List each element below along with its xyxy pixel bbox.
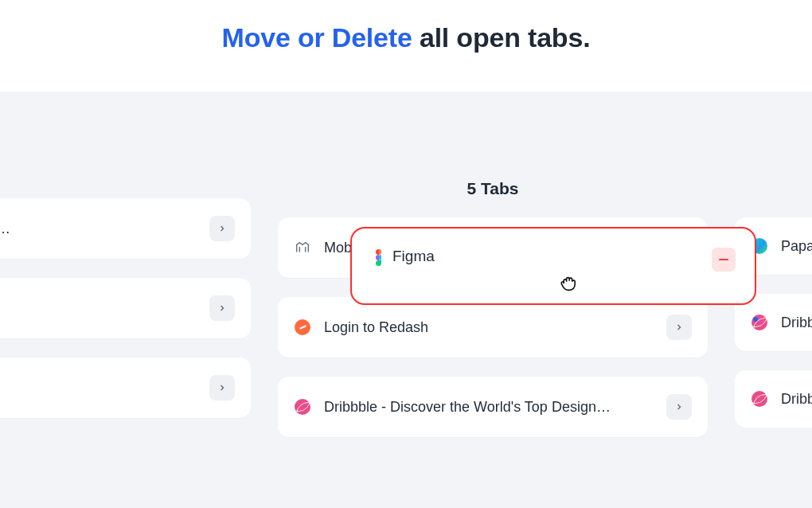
- column-right: 5 Tabs Papago Dribbble - Dribbble -: [735, 179, 812, 456]
- tabs-panel: Figma e best new products in te…: [0, 92, 812, 508]
- dribbble-icon: [751, 314, 768, 331]
- title-accent: Move or Delete: [222, 22, 412, 53]
- insertion-marker: [753, 317, 758, 322]
- tab-card[interactable]: Dribbble -: [735, 370, 812, 428]
- chevron-right-icon: [217, 383, 227, 393]
- chevron-right-icon: [217, 224, 227, 233]
- tab-label: e best new products in te…: [0, 221, 200, 237]
- dribbble-icon: [751, 390, 768, 408]
- chevron-right-icon: [674, 402, 684, 412]
- dragging-tab-label: Figma: [392, 248, 712, 265]
- redash-icon: [294, 318, 311, 336]
- expand-button[interactable]: [666, 394, 692, 420]
- expand-button[interactable]: [209, 295, 235, 321]
- columns-row: e best new products in te… 5 Tabs: [0, 179, 812, 456]
- chevron-right-icon: [217, 303, 227, 313]
- tab-card[interactable]: [0, 278, 251, 338]
- grab-cursor-icon: [557, 272, 580, 297]
- minus-icon: [719, 259, 728, 261]
- title-rest: all open tabs.: [412, 22, 591, 53]
- remove-tab-button[interactable]: [712, 248, 736, 272]
- tab-card[interactable]: Dribbble - Discover the World's Top Desi…: [278, 377, 708, 437]
- expand-button[interactable]: [209, 375, 235, 401]
- tab-label: Papago: [781, 238, 812, 255]
- dribbble-icon: [294, 398, 311, 416]
- hero-heading: Move or Delete all open tabs.: [0, 0, 812, 92]
- dragging-tab-card[interactable]: Figma: [350, 227, 756, 305]
- column-center-header: 5 Tabs: [278, 179, 708, 198]
- tab-label: Login to Redash: [324, 319, 657, 336]
- expand-button[interactable]: [666, 315, 692, 340]
- tab-card[interactable]: e best new products in te…: [0, 198, 251, 259]
- expand-button[interactable]: [209, 216, 235, 241]
- column-right-header: 5 Tabs: [735, 179, 812, 198]
- tab-card[interactable]: Login to Redash: [278, 297, 708, 358]
- chevron-right-icon: [674, 322, 684, 332]
- page-title: Move or Delete all open tabs.: [0, 22, 812, 53]
- column-center: 5 Tabs Mobbin - Latest Mobile Design Pat…: [278, 179, 708, 456]
- tab-card[interactable]: [0, 358, 251, 418]
- column-left: e best new products in te…: [0, 179, 251, 456]
- figma-icon: [376, 249, 381, 266]
- tab-label: Dribbble -: [781, 315, 812, 331]
- mobbin-icon: [294, 239, 311, 256]
- tab-label: Dribbble - Discover the World's Top Desi…: [324, 399, 657, 416]
- tab-label: Dribbble -: [781, 391, 812, 408]
